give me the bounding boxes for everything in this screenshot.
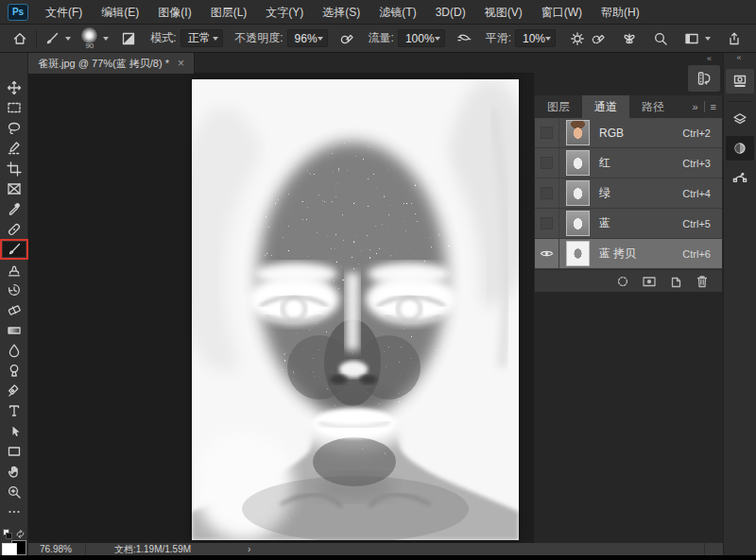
zoom-level[interactable]: 76.98%: [28, 544, 85, 554]
load-channel-as-selection-icon[interactable]: [615, 274, 630, 289]
chevron-down-icon: [318, 37, 323, 41]
expand-panel-icon[interactable]: »: [686, 101, 703, 112]
visibility-toggle[interactable]: [535, 118, 559, 147]
share-icon[interactable]: [724, 29, 745, 48]
document-tab-bar: 雀斑.jpg @ 77%(蓝 拷贝/8) * ×: [28, 53, 534, 74]
collapse-panels-icon[interactable]: «: [736, 53, 743, 64]
edit-toolbar-ellipsis-icon[interactable]: [3, 504, 26, 519]
adjustments-panel-icon[interactable]: [726, 69, 754, 93]
airbrush-icon[interactable]: [454, 29, 474, 48]
mode-label: 模式:: [150, 30, 176, 46]
visibility-toggle[interactable]: [535, 178, 559, 208]
default-and-swap-colors[interactable]: [3, 529, 26, 539]
move-tool[interactable]: [3, 80, 26, 95]
home-icon[interactable]: [9, 29, 30, 48]
channels-panel: 图层 通道 路径 » ≡ RGB Ctrl+2 红 Ctrl+3: [534, 94, 723, 293]
collapsed-panels-strip: «: [723, 53, 756, 555]
symmetry-butterfly-icon[interactable]: [619, 29, 640, 48]
menu-window[interactable]: 窗口(W): [532, 0, 592, 25]
delete-channel-icon[interactable]: [695, 274, 710, 289]
tab-paths[interactable]: 路径: [629, 95, 677, 118]
brush-tool[interactable]: [3, 242, 26, 257]
menu-view[interactable]: 视图(V): [475, 0, 532, 25]
new-channel-icon[interactable]: [668, 274, 683, 289]
visibility-toggle[interactable]: [535, 148, 559, 178]
channel-row-rgb[interactable]: RGB Ctrl+2: [535, 118, 722, 148]
eraser-tool[interactable]: [3, 302, 26, 317]
zoom-tool[interactable]: [3, 484, 26, 500]
menu-help[interactable]: 帮助(H): [592, 0, 649, 25]
spot-healing-brush-tool[interactable]: [3, 222, 26, 237]
save-selection-as-channel-icon[interactable]: [642, 274, 657, 289]
rectangular-marquee-tool[interactable]: [3, 100, 26, 115]
brush-tool-preset-icon[interactable]: [42, 29, 74, 48]
hand-tool[interactable]: [3, 464, 26, 479]
smoothing-value: 10%: [523, 32, 545, 45]
brush-tip-preview: [81, 27, 97, 43]
settings-gear-icon[interactable]: [567, 29, 588, 48]
channel-thumbnail: [566, 150, 590, 176]
menu-layer[interactable]: 图层(L): [201, 0, 257, 25]
channel-thumbnail: [566, 241, 590, 266]
object-selection-tool[interactable]: [3, 141, 26, 156]
smoothing-input[interactable]: 10%: [515, 29, 556, 47]
type-tool[interactable]: [3, 403, 26, 418]
collapse-panels-icon[interactable]: «: [707, 54, 713, 63]
document-image[interactable]: [192, 79, 519, 540]
flow-input[interactable]: 100%: [398, 29, 445, 47]
frame-tool[interactable]: [3, 181, 26, 196]
menu-select[interactable]: 选择(S): [313, 0, 369, 25]
pen-tool[interactable]: [3, 383, 26, 399]
menu-file[interactable]: 文件(F): [36, 0, 92, 25]
channel-name: 绿: [599, 185, 610, 201]
path-selection-tool[interactable]: [3, 424, 26, 439]
search-icon[interactable]: [650, 29, 671, 48]
channels-panel-icon[interactable]: [726, 136, 754, 161]
history-brush-tool[interactable]: [3, 282, 26, 297]
menu-edit[interactable]: 编辑(E): [92, 0, 148, 25]
layers-panel-icon[interactable]: [726, 107, 754, 131]
photoshop-logo: Ps: [8, 4, 28, 21]
window-bottom-edge: [0, 555, 756, 560]
history-panel-icon[interactable]: [688, 65, 720, 92]
opacity-input[interactable]: 96%: [287, 29, 328, 47]
status-expander-icon[interactable]: ›: [204, 544, 250, 554]
channel-row-red[interactable]: 红 Ctrl+3: [535, 148, 722, 178]
menu-type[interactable]: 文字(Y): [256, 0, 313, 25]
visibility-toggle[interactable]: [535, 209, 559, 238]
close-icon[interactable]: ×: [178, 57, 184, 70]
eyedropper-tool[interactable]: [3, 201, 26, 216]
crop-tool[interactable]: [3, 161, 26, 177]
paths-panel-icon[interactable]: [726, 165, 754, 190]
panel-menu-icon[interactable]: ≡: [705, 101, 722, 112]
rectangle-tool[interactable]: [3, 444, 26, 459]
channel-row-blue-copy[interactable]: 蓝 拷贝 Ctrl+6: [535, 239, 722, 269]
brush-settings-panel-icon[interactable]: [118, 29, 139, 48]
pressure-size-icon[interactable]: [588, 29, 609, 48]
chevron-down-icon[interactable]: [103, 37, 109, 41]
dodge-tool[interactable]: [3, 363, 26, 378]
channel-row-green[interactable]: 绿 Ctrl+4: [535, 178, 722, 209]
tab-channels[interactable]: 通道: [582, 95, 629, 118]
canvas-area[interactable]: [28, 74, 534, 543]
menu-filter[interactable]: 滤镜(T): [369, 0, 425, 25]
mode-select[interactable]: 正常: [180, 29, 224, 47]
gradient-tool[interactable]: [3, 323, 26, 338]
channel-name: 蓝 拷贝: [599, 246, 636, 262]
lasso-tool[interactable]: [3, 121, 26, 136]
menu-image[interactable]: 图像(I): [148, 0, 200, 25]
visibility-toggle[interactable]: [535, 239, 559, 268]
brush-preview[interactable]: 90: [81, 27, 97, 50]
document-tab[interactable]: 雀斑.jpg @ 77%(蓝 拷贝/8) * ×: [28, 53, 195, 74]
panel-arrangement-icon[interactable]: [681, 29, 713, 48]
blur-tool[interactable]: [3, 343, 26, 358]
menu-3d[interactable]: 3D(D): [426, 0, 475, 25]
swap-colors-icon[interactable]: [15, 529, 26, 539]
channel-row-blue[interactable]: 蓝 Ctrl+5: [535, 209, 722, 239]
default-colors-icon[interactable]: [3, 529, 12, 539]
clone-stamp-tool[interactable]: [3, 263, 26, 278]
pressure-opacity-icon[interactable]: [336, 29, 357, 48]
menu-bar: Ps 文件(F) 编辑(E) 图像(I) 图层(L) 文字(Y) 选择(S) 滤…: [0, 0, 756, 25]
channel-shortcut: Ctrl+5: [682, 218, 711, 229]
tab-layers[interactable]: 图层: [535, 95, 582, 118]
